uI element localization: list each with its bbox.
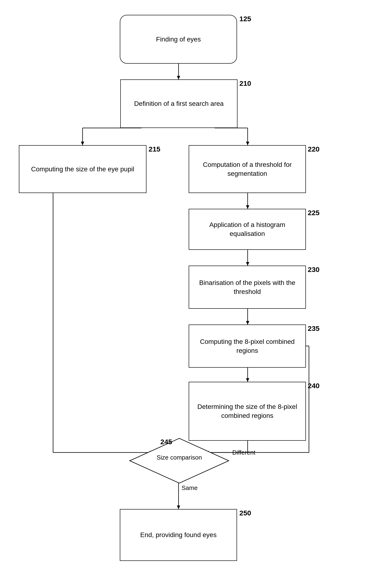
definition-id: 210 bbox=[239, 79, 251, 87]
svg-marker-1 bbox=[177, 76, 180, 79]
flowchart-diagram: Finding of eyes 125 Definition of a firs… bbox=[0, 0, 383, 588]
svg-marker-13 bbox=[246, 321, 249, 325]
definition-box: Definition of a first search area bbox=[120, 79, 237, 128]
determining-size-label: Determining the size of the 8-pixel comb… bbox=[193, 402, 302, 420]
computation-threshold-label: Computation of a threshold for segmentat… bbox=[193, 160, 302, 178]
end-id: 250 bbox=[239, 509, 251, 517]
svg-marker-4 bbox=[81, 142, 84, 145]
computing-8pixel-label: Computing the 8-pixel combined regions bbox=[193, 337, 302, 355]
same-label: Same bbox=[181, 484, 198, 492]
binarisation-label: Binarisation of the pixels with the thre… bbox=[193, 278, 302, 296]
svg-marker-11 bbox=[246, 262, 249, 266]
histogram-box: Application of a histogram equalisation bbox=[189, 209, 306, 250]
computation-threshold-id: 220 bbox=[308, 145, 319, 153]
determining-size-id: 240 bbox=[308, 382, 319, 390]
end-box: End, providing found eyes bbox=[120, 509, 237, 561]
different-label: Different bbox=[232, 449, 255, 456]
histogram-id: 225 bbox=[308, 209, 319, 217]
finding-eyes-id: 125 bbox=[239, 15, 251, 23]
computing-pupil-id: 215 bbox=[149, 145, 160, 153]
size-comparison-diamond: Size comparison bbox=[127, 437, 231, 484]
computation-threshold-box: Computation of a threshold for segmentat… bbox=[189, 145, 306, 193]
svg-text:Size comparison: Size comparison bbox=[157, 454, 202, 461]
computing-pupil-label: Computing the size of the eye pupil bbox=[31, 165, 134, 174]
finding-eyes-box: Finding of eyes bbox=[120, 15, 237, 64]
determining-size-box: Determining the size of the 8-pixel comb… bbox=[189, 382, 306, 441]
svg-marker-7 bbox=[246, 142, 249, 145]
svg-marker-9 bbox=[246, 205, 249, 209]
binarisation-id: 230 bbox=[308, 266, 319, 273]
computing-8pixel-id: 235 bbox=[308, 325, 319, 333]
computing-pupil-box: Computing the size of the eye pupil bbox=[19, 145, 146, 193]
svg-marker-15 bbox=[246, 378, 249, 382]
size-comparison-id: 245 bbox=[160, 438, 172, 446]
finding-eyes-label: Finding of eyes bbox=[156, 35, 201, 44]
histogram-label: Application of a histogram equalisation bbox=[193, 220, 302, 238]
definition-label: Definition of a first search area bbox=[134, 99, 224, 108]
end-label: End, providing found eyes bbox=[140, 530, 217, 539]
computing-8pixel-box: Computing the 8-pixel combined regions bbox=[189, 325, 306, 368]
binarisation-box: Binarisation of the pixels with the thre… bbox=[189, 266, 306, 309]
svg-marker-23 bbox=[177, 505, 180, 509]
